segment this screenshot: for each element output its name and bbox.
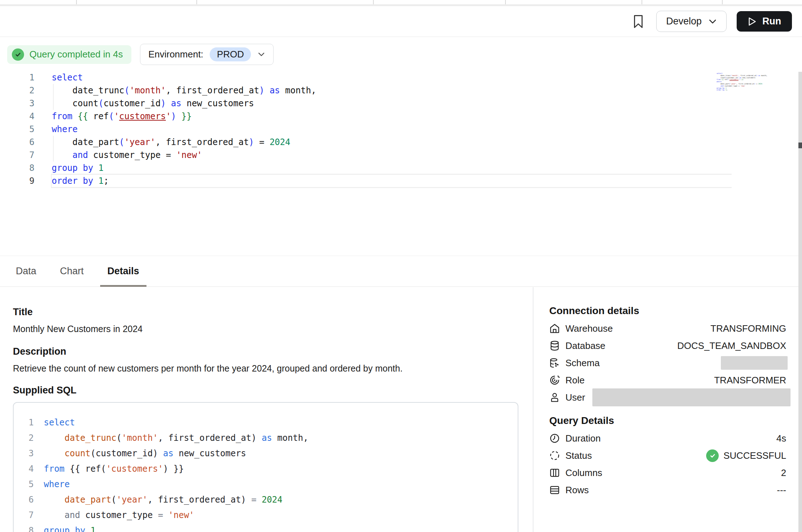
details-right-panel: Connection details Warehouse TRANSFORMIN… xyxy=(533,287,798,532)
row-user: User xyxy=(549,389,786,406)
row-duration: Duration 4s xyxy=(549,430,786,447)
code-line: 3 count(customer_id) as new_customers xyxy=(0,97,757,110)
code-line: 5where xyxy=(0,123,757,136)
bookmark-icon[interactable] xyxy=(630,14,646,29)
schema-icon xyxy=(549,358,560,368)
rows-icon xyxy=(549,485,560,495)
code-line: 8group by 1 xyxy=(14,523,518,532)
tab-divider xyxy=(722,0,723,4)
row-role: Role TRANSFORMER xyxy=(549,372,786,389)
code-line: 4from {{ ref('customers') }} xyxy=(0,110,757,123)
chevron-down-icon xyxy=(257,52,265,57)
tab-chart[interactable]: Chart xyxy=(57,256,87,286)
warehouse-icon xyxy=(549,323,560,334)
connection-details-rows: Warehouse TRANSFORMING Database DOCS_TEA… xyxy=(549,320,786,406)
query-status-text: Query completed in 4s xyxy=(29,49,123,60)
chevron-down-icon xyxy=(708,19,717,24)
results-tab-bar: Data Chart Details xyxy=(0,256,802,287)
connection-details-heading: Connection details xyxy=(549,305,786,317)
code-line: 1select xyxy=(0,71,757,84)
details-panel: Title Monthly New Customers in 2024 Desc… xyxy=(0,287,802,532)
row-status: Status SUCCESSFUL xyxy=(549,447,786,464)
code-line: 9order by 1; xyxy=(0,174,757,187)
row-columns: Columns 2 xyxy=(549,464,786,481)
code-line: 3 count(customer_id) as new_customers xyxy=(14,446,518,461)
run-button-label: Run xyxy=(763,16,781,27)
code-line: 4from {{ ref('customers') }} xyxy=(14,461,518,477)
role-icon xyxy=(549,375,560,386)
code-line: 6 date_part('year', first_ordered_at) = … xyxy=(14,492,518,508)
environment-label: Environment: xyxy=(148,49,203,60)
toolbar: Develop Run xyxy=(0,6,802,37)
tab-divider xyxy=(642,0,642,4)
columns-icon xyxy=(549,467,560,478)
user-icon xyxy=(549,392,560,403)
tab-divider xyxy=(505,0,506,4)
develop-button[interactable]: Develop xyxy=(656,11,726,32)
query-status-row: Query completed in 4s Environment: PROD xyxy=(7,44,274,65)
status-icon xyxy=(549,450,560,461)
tab-divider xyxy=(373,0,374,4)
run-button[interactable]: Run xyxy=(737,11,792,32)
editor-minimap[interactable]: select date_trunc('month', first_ordered… xyxy=(717,73,757,91)
code-line: 1select xyxy=(14,415,518,430)
play-icon xyxy=(747,17,757,27)
title-value: Monthly New Customers in 2024 xyxy=(13,323,518,335)
supplied-sql-code-block: 1select2 date_trunc('month', first_order… xyxy=(13,402,518,532)
tab-details[interactable]: Details xyxy=(104,256,142,286)
schema-value-redacted xyxy=(721,356,788,370)
tab-divider xyxy=(76,0,77,4)
supplied-sql-heading: Supplied SQL xyxy=(13,384,518,396)
sql-editor[interactable]: 1select2 date_trunc('month', first_order… xyxy=(0,71,757,187)
details-left-column: Title Monthly New Customers in 2024 Desc… xyxy=(13,287,518,532)
query-status-badge: Query completed in 4s xyxy=(7,45,131,64)
code-line: order by 1; xyxy=(717,89,757,91)
code-line: 7 and customer_type = 'new' xyxy=(0,149,757,162)
develop-button-label: Develop xyxy=(666,16,701,27)
success-check-icon xyxy=(12,48,24,61)
database-icon xyxy=(549,340,560,351)
row-warehouse: Warehouse TRANSFORMING xyxy=(549,320,786,337)
code-line: 5where xyxy=(14,477,518,492)
environment-value-pill: PROD xyxy=(210,47,251,61)
app-window: Develop Run Query completed in 4s Enviro… xyxy=(0,0,802,532)
code-line: 6 date_part('year', first_ordered_at) = … xyxy=(0,136,757,149)
query-details-heading: Query Details xyxy=(549,415,786,427)
row-schema: Schema xyxy=(549,354,786,372)
code-line: 2 date_trunc('month', first_ordered_at) … xyxy=(0,84,757,97)
scrollbar-thumb[interactable] xyxy=(798,143,802,148)
tab-divider xyxy=(196,0,197,4)
row-rows: Rows --- xyxy=(549,481,786,499)
description-value: Retrieve the count of new customers per … xyxy=(13,363,518,374)
scrollbar-track[interactable] xyxy=(798,72,802,532)
row-database: Database DOCS_TEAM_SANDBOX xyxy=(549,337,786,354)
clock-icon xyxy=(549,433,560,444)
environment-selector[interactable]: Environment: PROD xyxy=(140,44,274,65)
tab-data[interactable]: Data xyxy=(13,256,39,286)
code-line: 7 and customer_type = 'new' xyxy=(14,508,518,523)
description-heading: Description xyxy=(13,345,518,358)
success-check-icon xyxy=(706,449,719,462)
query-details-rows: Duration 4s Status SUCCESSFUL Columns xyxy=(549,430,786,499)
title-heading: Title xyxy=(13,306,518,318)
code-line: 8group by 1 xyxy=(0,162,757,174)
user-value-redacted xyxy=(592,388,791,406)
code-line: 2 date_trunc('month', first_ordered_at) … xyxy=(14,430,518,446)
status-value: SUCCESSFUL xyxy=(706,449,786,462)
file-tab-strip[interactable] xyxy=(0,0,802,4)
